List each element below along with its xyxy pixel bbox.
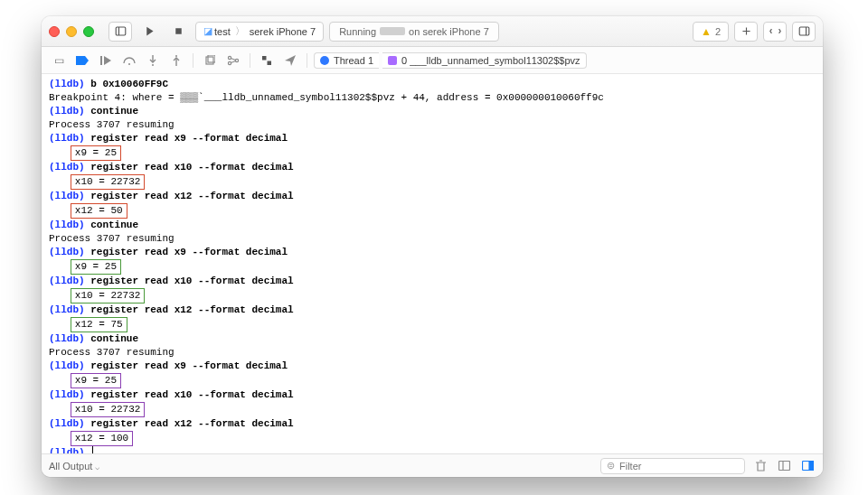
svg-rect-3	[175, 28, 182, 34]
frame-icon	[388, 56, 397, 65]
step-into-button[interactable]	[143, 51, 163, 70]
memory-graph-button[interactable]	[223, 51, 243, 70]
status-suffix: on serek iPhone 7	[409, 26, 489, 37]
minimize-icon[interactable]	[66, 26, 77, 37]
svg-point-14	[175, 55, 177, 57]
xcode-window: ◪ test 〉 serek iPhone 7 Running on serek…	[42, 16, 823, 477]
console-line: x9 = 25	[49, 373, 816, 388]
console-line: (lldb) register read x9 --format decimal	[49, 132, 816, 145]
svg-rect-16	[208, 55, 215, 62]
console-line: (lldb) register read x12 --format decima…	[49, 304, 816, 317]
warning-count: 2	[715, 26, 721, 37]
console-line: Breakpoint 4: where = ▒▒▒`___lldb_unname…	[49, 91, 816, 105]
warning-icon: ▲	[701, 25, 712, 38]
console-line: (lldb) continue	[49, 105, 816, 118]
continue-button[interactable]	[96, 51, 116, 70]
console-line: (lldb) register read x10 --format decima…	[49, 275, 816, 288]
console-line: (lldb) register read x10 --format decima…	[49, 388, 816, 402]
svg-rect-25	[268, 61, 272, 65]
toggle-inspectors-button[interactable]	[792, 22, 816, 42]
show-variables-pane-button[interactable]	[776, 458, 792, 474]
console-line: Process 3707 resuming	[49, 232, 816, 246]
svg-marker-2	[146, 27, 153, 36]
svg-point-12	[152, 64, 154, 66]
console-line: x12 = 50	[49, 203, 816, 219]
console-line: (lldb) register read x9 --format decimal	[49, 246, 816, 259]
console-line: x10 = 22732	[49, 174, 816, 190]
step-over-button[interactable]	[119, 51, 139, 70]
stop-button[interactable]	[166, 22, 190, 42]
console-line: x9 = 25	[49, 145, 816, 161]
svg-rect-0	[116, 27, 126, 35]
filter-input[interactable]	[619, 461, 739, 472]
svg-line-21	[231, 61, 235, 62]
svg-point-18	[228, 61, 231, 64]
activity-status: Running on serek iPhone 7	[329, 22, 499, 42]
run-button[interactable]	[137, 22, 161, 42]
console-line: (lldb) continue	[49, 332, 816, 346]
toggle-navigator-button[interactable]	[108, 22, 132, 42]
output-scope-selector[interactable]: All Output ⌵	[49, 461, 99, 472]
console-line: (lldb) register read x12 --format decima…	[49, 190, 816, 203]
svg-marker-9	[104, 56, 111, 65]
thread-selector[interactable]: Thread 1	[314, 52, 379, 69]
show-console-pane-button[interactable]	[799, 458, 816, 474]
console-line: (lldb) b 0x10060FF9C	[49, 78, 816, 91]
add-button[interactable]	[734, 22, 758, 42]
console-line: x12 = 100	[49, 431, 816, 446]
svg-rect-24	[262, 61, 267, 65]
console-line: (lldb) register read x9 --format decimal	[49, 360, 816, 373]
console-line: x9 = 25	[49, 259, 816, 275]
debug-bar: ▭ Thread 1	[42, 47, 823, 74]
console-line: (lldb)	[49, 446, 816, 453]
svg-rect-8	[100, 56, 102, 65]
close-icon[interactable]	[49, 26, 60, 37]
titlebar: ◪ test 〉 serek iPhone 7 Running on serek…	[42, 16, 823, 47]
svg-point-17	[228, 56, 231, 59]
console-line: x10 = 22732	[49, 402, 816, 417]
svg-rect-15	[206, 57, 213, 64]
redacted-target-name	[380, 27, 405, 35]
console-line: x10 = 22732	[49, 288, 816, 304]
issues-badge[interactable]: ▲ 2	[693, 22, 729, 42]
console-line: Process 3707 resuming	[49, 346, 816, 360]
frame-label: 0 ___lldb_unnamed_symbol11302$$pvz	[401, 55, 580, 66]
svg-rect-6	[799, 27, 809, 35]
scheme-selector[interactable]: ◪ test 〉 serek iPhone 7	[195, 22, 324, 42]
code-review-button[interactable]	[763, 22, 787, 42]
console-line: (lldb) register read x12 --format decima…	[49, 417, 816, 431]
filter-icon: ⊜	[607, 460, 615, 472]
lldb-console[interactable]: (lldb) b 0x10060FF9CBreakpoint 4: where …	[42, 74, 823, 453]
console-line: Process 3707 resuming	[49, 118, 816, 132]
svg-line-20	[231, 58, 235, 60]
thread-label: Thread 1	[334, 55, 373, 66]
thread-icon	[320, 56, 329, 65]
svg-rect-27	[778, 462, 789, 471]
svg-point-10	[128, 63, 130, 65]
frame-selector[interactable]: 0 ___lldb_unnamed_symbol11302$$pvz	[382, 52, 587, 69]
view-debug-button[interactable]	[200, 51, 220, 70]
clear-console-button[interactable]	[752, 458, 769, 474]
scheme-name: test	[214, 26, 231, 37]
breakpoints-toggle[interactable]	[72, 51, 92, 70]
svg-point-19	[235, 59, 238, 61]
console-bottom-bar: All Output ⌵ ⊜	[42, 453, 823, 477]
console-line: (lldb) register read x10 --format decima…	[49, 161, 816, 174]
location-button[interactable]	[280, 51, 300, 70]
env-overrides-button[interactable]	[257, 51, 277, 70]
window-controls	[49, 26, 94, 37]
console-line: x12 = 75	[49, 317, 816, 332]
svg-rect-30	[809, 462, 814, 471]
console-line: (lldb) continue	[49, 219, 816, 232]
status-prefix: Running	[339, 26, 376, 37]
run-destination: serek iPhone 7	[250, 26, 316, 37]
step-out-button[interactable]	[166, 51, 186, 70]
svg-rect-22	[262, 56, 267, 61]
hide-debug-area-button[interactable]: ▭	[49, 51, 69, 70]
zoom-icon[interactable]	[83, 26, 94, 37]
svg-rect-23	[268, 56, 272, 61]
console-filter[interactable]: ⊜	[600, 458, 745, 474]
